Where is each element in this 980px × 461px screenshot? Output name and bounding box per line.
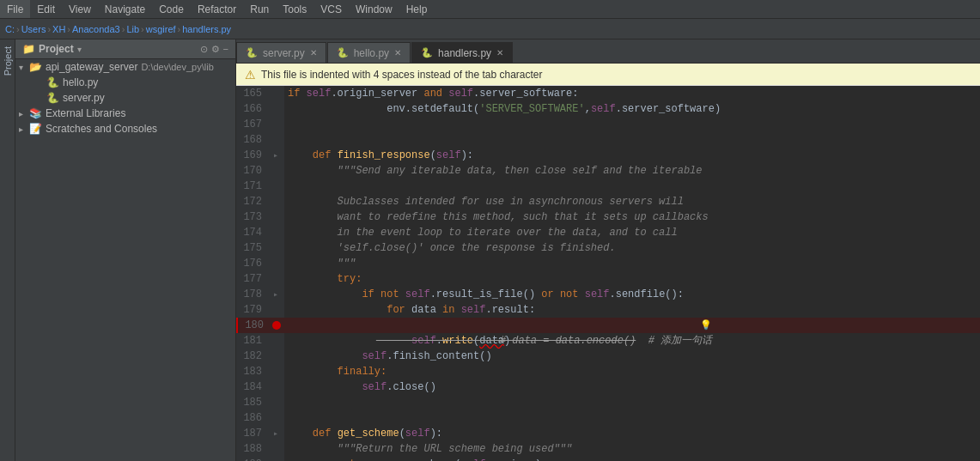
- line-num-187: 187: [236, 426, 267, 441]
- gutter-183: [267, 364, 284, 379]
- line-num-177: 177: [236, 271, 267, 287]
- code-line-189: 189 return guess_scheme(self.environ): [236, 457, 980, 461]
- tree-item-server[interactable]: 🐍 server.py: [15, 90, 235, 106]
- menu-navigate[interactable]: Navigate: [98, 0, 152, 18]
- menu-code[interactable]: Code: [152, 0, 191, 18]
- line-num-173: 173: [236, 209, 267, 225]
- project-dropdown-icon[interactable]: ▾: [77, 45, 82, 54]
- gutter-171: [267, 179, 284, 194]
- code-174: in the event loop to iterate over the da…: [284, 225, 678, 240]
- line-num-168: 168: [236, 132, 267, 148]
- code-173: want to redefine this method, such that …: [284, 209, 709, 225]
- code-line-176: 176 """: [236, 256, 980, 271]
- gutter-169: ▸: [267, 148, 284, 163]
- server-py-label: server.py: [63, 92, 105, 104]
- ext-lib-label: External Libraries: [46, 107, 125, 119]
- locate-icon[interactable]: ⊙: [200, 44, 208, 55]
- line-num-184: 184: [236, 379, 267, 395]
- sidebar: 📁 Project ▾ ⊙ ⚙ − ▾ 📂: [15, 39, 236, 461]
- line-num-180: 180: [238, 318, 269, 333]
- breadcrumb-handlers[interactable]: handlers.py: [182, 24, 231, 34]
- breadcrumb-xh[interactable]: XH: [52, 24, 65, 34]
- settings-icon[interactable]: ⚙: [211, 44, 220, 55]
- py-file-icon: 🐍: [46, 76, 59, 88]
- code-editor: 165 if self.origin_server and self.serve…: [236, 86, 980, 461]
- no-arrow: [36, 78, 45, 88]
- line-num-176: 176: [236, 256, 267, 271]
- breadcrumb-users[interactable]: Users: [21, 24, 46, 34]
- gutter-173: [267, 209, 284, 225]
- code-line-166: 166 env.setdefault('SERVER_SOFTWARE',sel…: [236, 101, 980, 117]
- scratch-icon: 📝: [29, 123, 42, 135]
- gutter-167: [267, 117, 284, 132]
- code-170: """Send any iterable data, then close se…: [284, 163, 702, 179]
- line-num-172: 172: [236, 194, 267, 209]
- code-176: """: [284, 256, 356, 271]
- code-line-184: 184 self.close(): [236, 379, 980, 395]
- line-num-169: 169: [236, 148, 267, 163]
- gutter-189: [267, 457, 284, 461]
- menu-window[interactable]: Window: [349, 0, 399, 18]
- fold-btn-169[interactable]: ▸: [273, 150, 278, 161]
- tree-item-scratches[interactable]: ▸ 📝 Scratches and Consoles: [15, 121, 235, 136]
- editor-area: 🐍 server.py ✕ 🐍 hello.py ✕ 🐍 handlers.py…: [236, 39, 980, 461]
- warning-bar: ⚠ This file is indented with 4 spaces in…: [236, 64, 980, 86]
- gutter-170: [267, 163, 284, 179]
- line-num-186: 186: [236, 410, 267, 426]
- tab-handlers[interactable]: 🐍 handlers.py ✕: [411, 42, 513, 63]
- menu-run[interactable]: Run: [243, 0, 276, 18]
- menu-view[interactable]: View: [62, 0, 98, 18]
- code-line-173: 173 want to redefine this method, such t…: [236, 209, 980, 225]
- gutter-178: ▸: [267, 287, 284, 302]
- tab-hello[interactable]: 🐍 hello.py ✕: [327, 42, 411, 63]
- code-185: [284, 395, 288, 410]
- breadcrumb-anaconda3[interactable]: Anaconda3: [72, 24, 120, 34]
- breadcrumb-drive[interactable]: C:: [5, 24, 15, 34]
- menu-help[interactable]: Help: [399, 0, 435, 18]
- gutter-176: [267, 256, 284, 271]
- tree-item-hello[interactable]: 🐍 hello.py: [15, 75, 235, 90]
- no-arrow: [36, 94, 45, 103]
- gutter-175: [267, 240, 284, 256]
- lightbulb-icon[interactable]: 💡: [700, 318, 712, 333]
- breadcrumb-lib[interactable]: Lib: [126, 24, 139, 34]
- file-tree: ▾ 📂 api_gateway_server D:\dev\dev_py\lib…: [15, 59, 235, 461]
- gutter-179: [267, 302, 284, 318]
- code-line-180: 180 # data = data.encode() # 添加一句话 💡: [236, 318, 980, 333]
- gutter-184: [267, 379, 284, 395]
- project-side-tab[interactable]: Project: [1, 39, 15, 82]
- tree-root-folder[interactable]: ▾ 📂 api_gateway_server D:\dev\dev_py\lib: [15, 59, 235, 75]
- gutter-185: [267, 395, 284, 410]
- gutter-180: [269, 318, 286, 333]
- gutter-186: [267, 410, 284, 426]
- menu-file[interactable]: File: [0, 0, 30, 18]
- tab-close-handlers[interactable]: ✕: [496, 48, 503, 58]
- tab-close-hello[interactable]: ✕: [394, 48, 401, 58]
- code-175: 'self.close()' once the response is fini…: [284, 240, 616, 256]
- sidebar-container: Project 📁 Project ▾ ⊙ ⚙ −: [0, 39, 236, 461]
- fold-btn-178[interactable]: ▸: [273, 289, 278, 300]
- gutter-188: [267, 441, 284, 457]
- library-icon: 📚: [29, 107, 42, 119]
- tab-icon-server: 🐍: [246, 47, 258, 58]
- code-165: if self.origin_server and self.server_so…: [284, 86, 579, 101]
- tab-close-server[interactable]: ✕: [310, 48, 317, 58]
- code-line-167: 167: [236, 117, 980, 132]
- menu-edit[interactable]: Edit: [30, 0, 62, 18]
- expand-arrow: ▾: [19, 63, 27, 72]
- editor-tabs: 🐍 server.py ✕ 🐍 hello.py ✕ 🐍 handlers.py…: [236, 39, 980, 64]
- code-line-171: 171: [236, 179, 980, 194]
- menu-refactor[interactable]: Refactor: [191, 0, 243, 18]
- menu-vcs[interactable]: VCS: [313, 0, 349, 18]
- tree-item-external-libraries[interactable]: ▸ 📚 External Libraries: [15, 106, 235, 121]
- fold-btn-187[interactable]: ▸: [273, 428, 278, 439]
- code-scroll-area[interactable]: 165 if self.origin_server and self.serve…: [236, 86, 980, 461]
- code-180: # data = data.encode() # 添加一句话 💡: [286, 318, 712, 333]
- gutter-166: [267, 101, 284, 117]
- breadcrumb-wsgiref[interactable]: wsgiref: [146, 24, 176, 34]
- gutter-187: ▸: [267, 426, 284, 441]
- code-line-179: 179 for data in self.result:: [236, 302, 980, 318]
- tab-server[interactable]: 🐍 server.py ✕: [236, 42, 326, 63]
- menu-tools[interactable]: Tools: [276, 0, 313, 18]
- collapse-icon[interactable]: −: [223, 44, 228, 55]
